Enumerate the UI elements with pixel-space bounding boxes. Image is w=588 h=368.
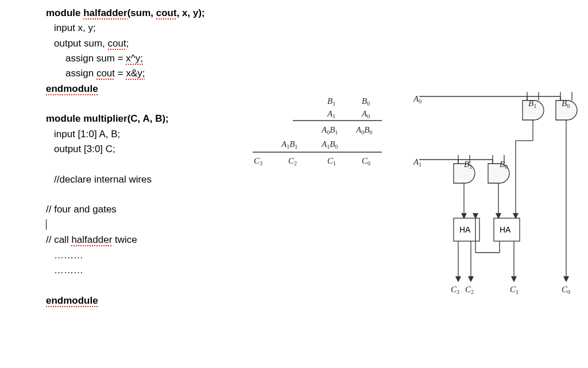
cin-A0: A0 bbox=[413, 94, 421, 104]
tbl-A1: A1 bbox=[327, 109, 335, 119]
cin-B1-mid: B1 bbox=[464, 160, 472, 170]
verilog-code-block: module halfadder(sum, cout, x, y); input… bbox=[46, 6, 241, 308]
ha-label-1: HA bbox=[459, 225, 471, 234]
svg-marker-37 bbox=[564, 277, 568, 281]
cin-B0-mid: B0 bbox=[500, 160, 508, 170]
tbl-C1: C1 bbox=[327, 156, 336, 166]
tbl-B0: B0 bbox=[362, 96, 370, 107]
svg-marker-41 bbox=[513, 214, 518, 218]
tbl-C0: C0 bbox=[362, 156, 370, 166]
cout-C0: C0 bbox=[562, 285, 570, 295]
cout-C3: C3 bbox=[451, 285, 459, 295]
cin-A1: A1 bbox=[413, 157, 421, 168]
tbl-A0B1: A0B1 bbox=[322, 125, 338, 135]
tbl-B1: B1 bbox=[327, 96, 335, 107]
svg-marker-38 bbox=[462, 214, 466, 218]
svg-marker-35 bbox=[469, 277, 473, 281]
tbl-C2: C2 bbox=[288, 156, 297, 166]
cin-B1-top: B1 bbox=[528, 99, 536, 109]
word-halfadder: halfadder bbox=[83, 7, 127, 20]
tbl-A1B0: A1B0 bbox=[322, 140, 338, 150]
svg-marker-36 bbox=[512, 277, 516, 281]
kw-module: module bbox=[46, 7, 83, 18]
svg-marker-40 bbox=[496, 214, 501, 218]
tbl-C3: C3 bbox=[254, 156, 262, 166]
circuit-diagram: HA HA bbox=[402, 86, 586, 316]
cout-C1: C1 bbox=[510, 285, 519, 295]
tbl-A0B0: A0B0 bbox=[356, 125, 372, 135]
tbl-A0: A0 bbox=[362, 109, 370, 119]
cin-B0-top: B0 bbox=[562, 99, 570, 109]
ha-label-2: HA bbox=[500, 225, 511, 234]
text-cursor bbox=[46, 219, 47, 230]
figures-area: B1 B0 A1 A0 A0B1 A0B0 A1B1 A1B0 C3 C2 C1… bbox=[241, 92, 580, 310]
svg-marker-34 bbox=[456, 277, 461, 281]
svg-marker-39 bbox=[473, 214, 478, 218]
kw-endmodule: endmodule bbox=[46, 83, 98, 95]
tbl-A1B1: A1B1 bbox=[281, 140, 297, 150]
cout-C2: C2 bbox=[465, 285, 474, 295]
